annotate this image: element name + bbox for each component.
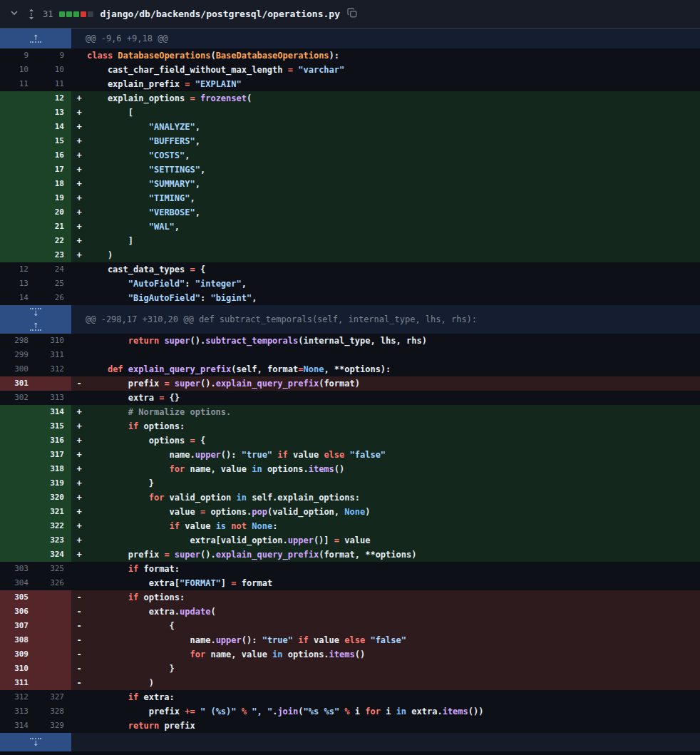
- line-number-new[interactable]: 329: [36, 719, 71, 733]
- line-number-old[interactable]: 10: [0, 63, 36, 77]
- line-number-new[interactable]: 19: [36, 191, 71, 205]
- line-number-old[interactable]: 298: [0, 334, 36, 348]
- line-number-new[interactable]: 26: [36, 291, 71, 305]
- line-number-old[interactable]: 11: [0, 77, 36, 91]
- line-number-new[interactable]: 326: [36, 576, 71, 590]
- line-number-old[interactable]: 305: [0, 590, 36, 605]
- line-number-old[interactable]: 307: [0, 619, 36, 633]
- line-number-old[interactable]: 303: [0, 562, 36, 576]
- line-number-new[interactable]: 327: [36, 690, 71, 704]
- line-number-old[interactable]: [0, 462, 36, 476]
- line-number-old[interactable]: [0, 205, 36, 220]
- line-number-old[interactable]: [0, 91, 36, 106]
- line-number-old[interactable]: [0, 548, 36, 562]
- collapse-file-button[interactable]: [9, 7, 20, 21]
- line-number-new[interactable]: 325: [36, 562, 71, 576]
- line-number-new[interactable]: 23: [36, 248, 71, 262]
- line-number-new[interactable]: 25: [36, 277, 71, 291]
- line-number-new[interactable]: 15: [36, 134, 71, 148]
- line-number-new[interactable]: 321: [36, 505, 71, 519]
- line-number-new[interactable]: [36, 676, 71, 690]
- line-number-old[interactable]: [0, 191, 36, 205]
- expand-up-button[interactable]: ↑: [0, 29, 71, 48]
- line-number-new[interactable]: 311: [36, 348, 71, 362]
- line-number-new[interactable]: 320: [36, 491, 71, 505]
- file-path[interactable]: django/db/backends/postgresql/operations…: [100, 9, 340, 19]
- line-number-old[interactable]: 314: [0, 719, 36, 733]
- line-number-old[interactable]: [0, 163, 36, 177]
- line-number-old[interactable]: 299: [0, 348, 36, 362]
- line-number-new[interactable]: 9: [36, 48, 71, 63]
- line-number-old[interactable]: 9: [0, 48, 36, 63]
- line-number-old[interactable]: [0, 134, 36, 148]
- line-number-old[interactable]: 301: [0, 376, 36, 391]
- line-number-old[interactable]: 13: [0, 277, 36, 291]
- line-number-new[interactable]: 312: [36, 362, 71, 376]
- line-number-old[interactable]: [0, 148, 36, 163]
- line-number-new[interactable]: 12: [36, 91, 71, 106]
- expand-up-button[interactable]: ↑: [0, 319, 71, 334]
- line-number-old[interactable]: [0, 505, 36, 519]
- line-number-old[interactable]: 306: [0, 605, 36, 619]
- line-number-old[interactable]: 300: [0, 362, 36, 376]
- line-number-old[interactable]: [0, 519, 36, 533]
- line-number-new[interactable]: 322: [36, 519, 71, 533]
- expand-down-button[interactable]: ↓: [0, 305, 71, 319]
- line-number-old[interactable]: [0, 106, 36, 120]
- line-number-old[interactable]: [0, 177, 36, 191]
- line-number-old[interactable]: [0, 234, 36, 248]
- line-number-new[interactable]: 13: [36, 106, 71, 120]
- line-number-new[interactable]: [36, 590, 71, 605]
- line-number-old[interactable]: [0, 433, 36, 448]
- line-number-new[interactable]: 14: [36, 120, 71, 134]
- line-number-old[interactable]: 311: [0, 676, 36, 690]
- expand-down-button[interactable]: ↓: [0, 733, 71, 751]
- line-number-old[interactable]: [0, 220, 36, 234]
- line-number-new[interactable]: 21: [36, 220, 71, 234]
- line-number-new[interactable]: [36, 376, 71, 391]
- line-number-old[interactable]: [0, 120, 36, 134]
- line-number-new[interactable]: 319: [36, 476, 71, 491]
- line-number-new[interactable]: 313: [36, 391, 71, 405]
- line-number-new[interactable]: 17: [36, 163, 71, 177]
- line-number-new[interactable]: 18: [36, 177, 71, 191]
- line-number-old[interactable]: [0, 405, 36, 419]
- line-number-new[interactable]: 328: [36, 704, 71, 719]
- line-number-old[interactable]: [0, 533, 36, 548]
- line-number-old[interactable]: 310: [0, 662, 36, 676]
- line-number-new[interactable]: 24: [36, 262, 71, 277]
- line-number-new[interactable]: 316: [36, 433, 71, 448]
- line-number-new[interactable]: 310: [36, 334, 71, 348]
- line-number-new[interactable]: [36, 633, 71, 647]
- line-number-new[interactable]: [36, 619, 71, 633]
- line-number-new[interactable]: [36, 605, 71, 619]
- line-number-new[interactable]: [36, 662, 71, 676]
- line-number-old[interactable]: [0, 491, 36, 505]
- line-number-new[interactable]: 324: [36, 548, 71, 562]
- line-number-old[interactable]: [0, 448, 36, 462]
- line-number-new[interactable]: 314: [36, 405, 71, 419]
- line-number-new[interactable]: 323: [36, 533, 71, 548]
- line-number-old[interactable]: [0, 248, 36, 262]
- copy-path-button[interactable]: [346, 7, 358, 21]
- line-number-old[interactable]: 12: [0, 262, 36, 277]
- line-number-old[interactable]: 309: [0, 647, 36, 662]
- line-number-new[interactable]: 20: [36, 205, 71, 220]
- line-number-old[interactable]: 312: [0, 690, 36, 704]
- line-number-old[interactable]: [0, 476, 36, 491]
- line-number-old[interactable]: 308: [0, 633, 36, 647]
- line-number-new[interactable]: 22: [36, 234, 71, 248]
- line-number-new[interactable]: 11: [36, 77, 71, 91]
- line-number-new[interactable]: 10: [36, 63, 71, 77]
- line-number-old[interactable]: 304: [0, 576, 36, 590]
- line-number-new[interactable]: [36, 647, 71, 662]
- line-number-old[interactable]: 302: [0, 391, 36, 405]
- line-number-old[interactable]: 313: [0, 704, 36, 719]
- line-number-new[interactable]: 16: [36, 148, 71, 163]
- line-number-old[interactable]: [0, 419, 36, 433]
- line-number-new[interactable]: 318: [36, 462, 71, 476]
- line-number-new[interactable]: 317: [36, 448, 71, 462]
- drag-handle-icon[interactable]: [26, 9, 36, 20]
- line-number-old[interactable]: 14: [0, 291, 36, 305]
- line-number-new[interactable]: 315: [36, 419, 71, 433]
